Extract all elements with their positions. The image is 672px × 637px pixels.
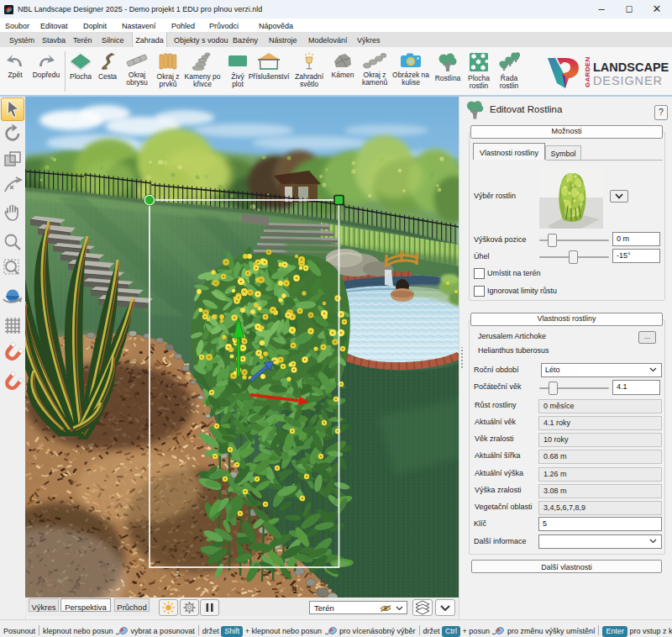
svg-text:DESIGNER: DESIGNER <box>593 74 663 87</box>
svg-text:GARDEN: GARDEN <box>584 57 591 87</box>
svg-text:LANDSCAPE: LANDSCAPE <box>593 61 669 74</box>
